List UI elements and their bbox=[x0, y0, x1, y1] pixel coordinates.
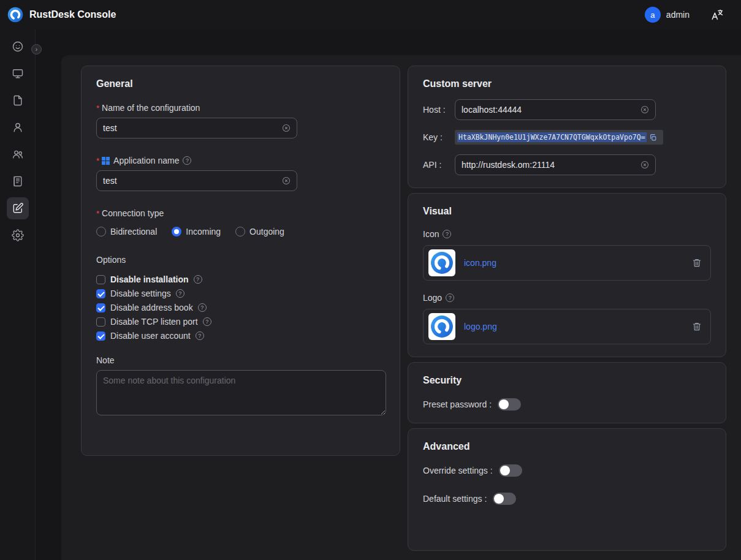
checkbox[interactable] bbox=[96, 289, 105, 298]
key-value[interactable]: HtaXBkJNHyn0e1U1jWXze7A7CN7QTGWqxkOtpaVp… bbox=[457, 132, 647, 142]
checkbox-label: Disable address book bbox=[110, 303, 193, 312]
visual-title: Visual bbox=[423, 206, 711, 217]
required-asterisk: * bbox=[96, 104, 99, 113]
general-card: General * Name of the configuration bbox=[81, 66, 400, 456]
checkbox[interactable] bbox=[96, 331, 105, 341]
help-icon[interactable]: ? bbox=[446, 293, 454, 302]
checkbox-label: Disable TCP listen port bbox=[110, 317, 198, 327]
preset-password-toggle[interactable] bbox=[498, 398, 521, 411]
checkbox[interactable] bbox=[96, 303, 105, 312]
security-card: Security Preset password : bbox=[408, 362, 726, 423]
logo-file-row: logo.png bbox=[423, 309, 711, 344]
connection-type-label: * Connection type bbox=[96, 208, 385, 218]
sidebar-item-users-icon[interactable] bbox=[7, 143, 29, 165]
sidebar-item-gear-icon[interactable] bbox=[7, 224, 29, 246]
custom-server-title: Custom server bbox=[423, 78, 711, 89]
api-input[interactable] bbox=[462, 160, 640, 170]
sidebar-item-monitor-icon[interactable] bbox=[7, 62, 29, 85]
icon-thumbnail bbox=[428, 249, 455, 276]
language-translate-icon[interactable] bbox=[710, 8, 724, 21]
custom-server-card: Custom server Host : bbox=[408, 66, 726, 188]
checkbox-label: Disable settings bbox=[110, 289, 171, 298]
sidebar-item-smiley-icon[interactable] bbox=[7, 36, 29, 58]
icon-label: Icon ? bbox=[423, 229, 711, 239]
options-label: Options bbox=[96, 255, 385, 265]
help-icon[interactable]: ? bbox=[194, 275, 202, 284]
preset-password-row: Preset password : bbox=[423, 398, 711, 411]
host-row: Host : bbox=[423, 99, 711, 120]
key-label: Key : bbox=[423, 132, 455, 142]
help-icon[interactable]: ? bbox=[183, 156, 191, 165]
rustdesk-console-app: RustDesk Console a admin bbox=[0, 0, 741, 560]
trash-icon[interactable] bbox=[692, 322, 702, 331]
checkbox-disable-installation[interactable]: Disable installation ? bbox=[96, 274, 385, 284]
help-icon[interactable]: ? bbox=[196, 331, 204, 340]
required-asterisk: * bbox=[96, 156, 99, 165]
clear-input-icon[interactable] bbox=[282, 124, 291, 132]
help-icon[interactable]: ? bbox=[443, 230, 451, 238]
sidebar-item-user-icon[interactable] bbox=[7, 116, 29, 138]
radio-label: Outgoing bbox=[249, 227, 284, 236]
general-title: General bbox=[96, 78, 385, 89]
host-input[interactable] bbox=[462, 105, 640, 115]
app-name-field bbox=[96, 170, 297, 191]
body-area: General * Name of the configuration bbox=[0, 29, 741, 560]
api-field bbox=[455, 154, 656, 175]
preset-password-label: Preset password : bbox=[423, 399, 492, 409]
help-icon[interactable]: ? bbox=[198, 303, 207, 312]
visual-card: Visual Icon ? bbox=[408, 193, 726, 357]
override-settings-row: Override settings : bbox=[423, 464, 711, 477]
override-settings-label: Override settings : bbox=[423, 466, 493, 475]
sidebar-collapse-chevron-icon[interactable]: › bbox=[31, 44, 42, 55]
default-settings-label: Default settings : bbox=[423, 494, 487, 504]
advanced-card: Advanced Override settings : Default set… bbox=[408, 428, 726, 551]
app-name-input[interactable] bbox=[103, 176, 282, 186]
trash-icon[interactable] bbox=[692, 258, 702, 268]
help-icon[interactable]: ? bbox=[176, 289, 184, 298]
app-title: RustDesk Console bbox=[29, 9, 116, 20]
sidebar-item-edit-square-icon[interactable] bbox=[7, 197, 29, 219]
checkbox-label: Disable user account bbox=[110, 331, 191, 341]
radio-incoming[interactable]: Incoming bbox=[172, 227, 221, 236]
note-textarea[interactable] bbox=[96, 370, 386, 415]
logo-label: Logo ? bbox=[423, 293, 711, 303]
override-settings-toggle[interactable] bbox=[499, 464, 522, 477]
api-label: API : bbox=[423, 160, 455, 170]
help-icon[interactable]: ? bbox=[203, 317, 211, 326]
checkbox-disable-address-book[interactable]: Disable address book ? bbox=[96, 303, 385, 312]
user-avatar[interactable]: a bbox=[645, 7, 661, 23]
rustdesk-logo-icon bbox=[7, 7, 23, 23]
username[interactable]: admin bbox=[666, 10, 690, 20]
host-field bbox=[455, 99, 656, 120]
logo-thumbnail bbox=[428, 313, 455, 340]
content-panel: General * Name of the configuration bbox=[61, 55, 741, 560]
config-name-input[interactable] bbox=[103, 123, 282, 133]
radio-dot[interactable] bbox=[96, 227, 106, 236]
radio-dot[interactable] bbox=[172, 227, 181, 236]
checkbox-disable-settings[interactable]: Disable settings ? bbox=[96, 289, 385, 298]
copy-icon[interactable] bbox=[649, 134, 657, 142]
sidebar-item-logbook-icon[interactable] bbox=[7, 170, 29, 192]
clear-input-icon[interactable] bbox=[640, 105, 649, 114]
radio-dot[interactable] bbox=[235, 227, 245, 236]
radio-label: Bidirectional bbox=[110, 227, 157, 236]
icon-file-link[interactable]: icon.png bbox=[464, 258, 692, 268]
windows-icon bbox=[102, 157, 110, 165]
checkbox[interactable] bbox=[96, 317, 105, 327]
clear-input-icon[interactable] bbox=[640, 161, 649, 169]
sidebar-item-document-icon[interactable] bbox=[7, 89, 29, 112]
config-name-field bbox=[96, 118, 297, 138]
required-asterisk: * bbox=[96, 209, 99, 218]
connection-type-group: Bidirectional Incoming Outgoing bbox=[96, 227, 385, 236]
advanced-title: Advanced bbox=[423, 441, 711, 452]
checkbox[interactable] bbox=[96, 275, 105, 284]
checkbox-disable-tcp-listen-port[interactable]: Disable TCP listen port ? bbox=[96, 317, 385, 327]
logo-file-link[interactable]: logo.png bbox=[464, 322, 692, 331]
radio-outgoing[interactable]: Outgoing bbox=[235, 227, 284, 236]
checkbox-disable-user-account[interactable]: Disable user account ? bbox=[96, 331, 385, 341]
clear-input-icon[interactable] bbox=[282, 176, 291, 185]
security-title: Security bbox=[423, 375, 711, 386]
main-area: General * Name of the configuration bbox=[36, 29, 741, 560]
default-settings-toggle[interactable] bbox=[493, 493, 516, 505]
radio-bidirectional[interactable]: Bidirectional bbox=[96, 227, 157, 236]
